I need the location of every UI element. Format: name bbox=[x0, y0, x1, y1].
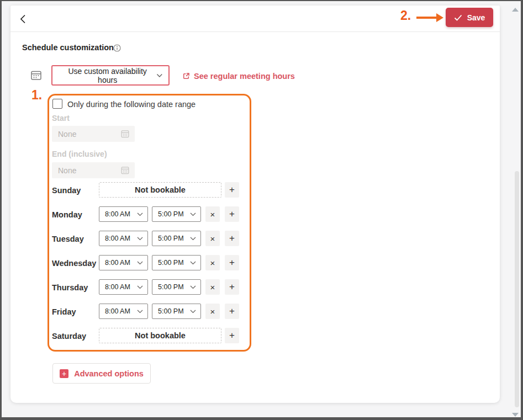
start-time-value: 8:00 AM bbox=[105, 307, 130, 315]
scrollbar-up-arrow[interactable] bbox=[512, 8, 519, 12]
end-time-value: 5:00 PM bbox=[158, 307, 184, 315]
see-regular-hours-link[interactable]: See regular meeting hours bbox=[182, 72, 295, 81]
add-slot-button[interactable]: + bbox=[225, 279, 239, 295]
dismiss-icon: × bbox=[210, 283, 215, 292]
start-time-value: 8:00 AM bbox=[105, 259, 130, 267]
calendar-icon bbox=[30, 70, 42, 83]
calendar-small-icon bbox=[120, 129, 130, 139]
day-row-saturday: Saturday Not bookable + bbox=[10, 328, 500, 343]
end-date-value: None bbox=[58, 166, 76, 175]
availability-dropdown[interactable]: Use custom availability hours bbox=[51, 65, 170, 86]
add-slot-button[interactable]: + bbox=[225, 304, 239, 319]
plus-icon: + bbox=[229, 306, 235, 317]
annotation-arrow bbox=[416, 17, 437, 19]
calendar-small-icon bbox=[120, 166, 130, 175]
chevron-down-icon bbox=[190, 237, 196, 241]
info-icon[interactable] bbox=[113, 44, 121, 54]
back-button[interactable] bbox=[15, 11, 30, 26]
end-time-select[interactable]: 5:00 PM bbox=[152, 231, 201, 246]
start-time-select[interactable]: 8:00 AM bbox=[99, 279, 148, 295]
end-time-select[interactable]: 5:00 PM bbox=[152, 279, 201, 295]
page-title: Schedule customization bbox=[22, 43, 114, 52]
remove-slot-button[interactable]: × bbox=[205, 255, 220, 270]
add-slot-button[interactable]: + bbox=[225, 255, 239, 270]
add-slot-button[interactable]: + bbox=[225, 231, 239, 246]
day-label: Monday bbox=[52, 210, 82, 219]
date-range-checkbox[interactable] bbox=[52, 99, 62, 109]
day-label: Sunday bbox=[52, 186, 81, 195]
dismiss-icon: × bbox=[210, 258, 215, 268]
plus-icon: + bbox=[229, 209, 235, 220]
dismiss-icon: × bbox=[210, 307, 215, 316]
checkmark-icon bbox=[454, 14, 462, 21]
chevron-down-icon bbox=[190, 310, 196, 313]
start-time-select[interactable]: 8:00 AM bbox=[99, 304, 148, 319]
day-row-monday: Monday 8:00 AM 5:00 PM × + bbox=[10, 206, 500, 222]
chevron-down-icon bbox=[137, 212, 143, 216]
chevron-down-icon bbox=[137, 310, 143, 313]
day-label: Tuesday bbox=[52, 235, 84, 243]
chevron-down-icon bbox=[190, 285, 196, 289]
plus-icon: + bbox=[229, 233, 235, 244]
chevron-down-icon bbox=[190, 261, 196, 265]
remove-slot-button[interactable]: × bbox=[205, 279, 220, 295]
not-bookable-label: Not bookable bbox=[135, 331, 186, 340]
scrollbar-down-arrow[interactable] bbox=[512, 413, 519, 417]
end-time-select[interactable]: 5:00 PM bbox=[152, 206, 201, 222]
start-time-value: 8:00 AM bbox=[105, 235, 130, 242]
plus-square-icon: + bbox=[60, 369, 68, 378]
end-time-select[interactable]: 5:00 PM bbox=[152, 304, 201, 319]
start-time-select[interactable]: 8:00 AM bbox=[99, 206, 148, 222]
start-time-value: 8:00 AM bbox=[105, 283, 130, 291]
scrollbar-thumb[interactable] bbox=[515, 171, 519, 407]
dismiss-icon: × bbox=[210, 234, 215, 243]
not-bookable-box: Not bookable bbox=[99, 328, 221, 343]
not-bookable-box: Not bookable bbox=[99, 182, 221, 198]
add-slot-button[interactable]: + bbox=[225, 328, 239, 343]
remove-slot-button[interactable]: × bbox=[205, 231, 220, 246]
start-date-value: None bbox=[58, 130, 76, 139]
see-regular-hours-label: See regular meeting hours bbox=[194, 72, 295, 81]
plus-glyph: + bbox=[62, 370, 66, 378]
day-label: Friday bbox=[52, 307, 76, 316]
end-date-label: End (inclusive) bbox=[52, 150, 107, 158]
annotation-step-1: 1. bbox=[31, 88, 42, 103]
add-slot-button[interactable]: + bbox=[225, 182, 239, 198]
save-label: Save bbox=[467, 13, 485, 22]
end-date-input[interactable]: None bbox=[52, 162, 135, 178]
advanced-options-button[interactable]: + Advanced options bbox=[52, 363, 151, 384]
start-time-select[interactable]: 8:00 AM bbox=[99, 255, 148, 270]
start-date-input[interactable]: None bbox=[52, 126, 135, 142]
start-time-select[interactable]: 8:00 AM bbox=[99, 231, 148, 246]
chevron-left-icon bbox=[20, 14, 26, 24]
end-time-value: 5:00 PM bbox=[158, 210, 184, 218]
app-window: Save Schedule customization Use custom a… bbox=[0, 0, 523, 420]
chevron-down-icon bbox=[156, 73, 163, 78]
chevron-down-icon bbox=[137, 237, 143, 241]
top-bar: Save bbox=[10, 6, 500, 32]
day-row-tuesday: Tuesday 8:00 AM 5:00 PM × + bbox=[10, 231, 500, 246]
end-time-select[interactable]: 5:00 PM bbox=[152, 255, 201, 270]
not-bookable-label: Not bookable bbox=[135, 185, 186, 194]
advanced-options-label: Advanced options bbox=[74, 369, 144, 378]
plus-icon: + bbox=[229, 330, 235, 341]
plus-icon: + bbox=[229, 184, 235, 195]
chevron-down-icon bbox=[137, 285, 143, 289]
date-range-checkbox-label: Only during the following date range bbox=[67, 100, 196, 109]
day-label: Thursday bbox=[52, 283, 88, 292]
day-label: Wednesday bbox=[52, 259, 96, 268]
schedule-panel: Save Schedule customization Use custom a… bbox=[10, 6, 500, 403]
save-button[interactable]: Save bbox=[446, 8, 493, 27]
remove-slot-button[interactable]: × bbox=[205, 304, 220, 319]
annotation-step-2: 2. bbox=[400, 8, 411, 23]
remove-slot-button[interactable]: × bbox=[205, 206, 220, 222]
plus-icon: + bbox=[229, 281, 235, 293]
start-time-value: 8:00 AM bbox=[105, 210, 130, 218]
end-time-value: 5:00 PM bbox=[158, 259, 184, 267]
add-slot-button[interactable]: + bbox=[225, 206, 239, 222]
chevron-down-icon bbox=[190, 212, 196, 216]
chevron-down-icon bbox=[137, 261, 143, 265]
day-row-sunday: Sunday Not bookable + bbox=[10, 182, 500, 198]
end-time-value: 5:00 PM bbox=[158, 235, 184, 242]
plus-icon: + bbox=[229, 257, 235, 268]
